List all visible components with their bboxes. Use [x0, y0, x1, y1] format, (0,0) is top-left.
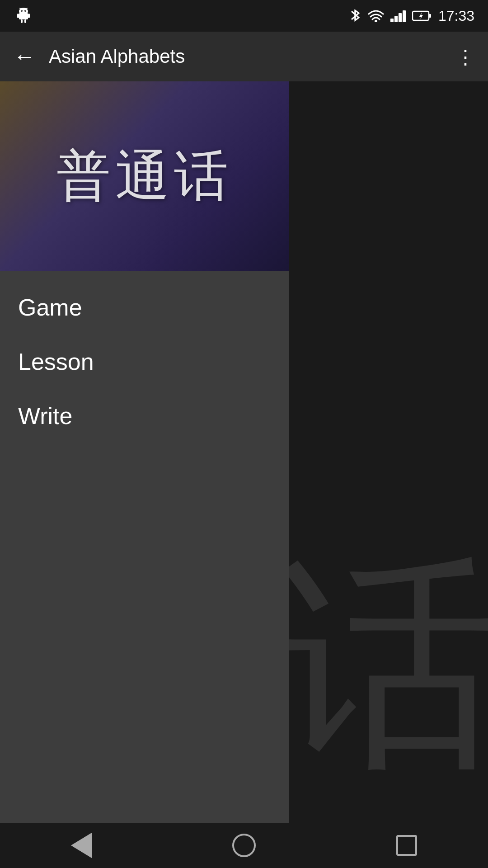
status-bar-left: [14, 6, 33, 26]
nav-recent-button[interactable]: [389, 827, 425, 863]
nav-home-button[interactable]: [226, 827, 262, 863]
svg-rect-5: [24, 19, 26, 23]
background-char: 话: [289, 552, 488, 778]
back-button[interactable]: ←: [14, 46, 35, 67]
menu-button[interactable]: ⋮: [455, 45, 474, 68]
toolbar: ← Asian Alphabets ⋮: [0, 32, 488, 81]
page-title: Asian Alphabets: [49, 46, 455, 67]
status-time: 17:33: [438, 8, 474, 24]
main-content: 普通话 Game Lesson Write 话: [0, 81, 488, 823]
menu-item-write[interactable]: Write: [0, 389, 289, 443]
android-icon: [14, 6, 33, 26]
right-panel: 话: [289, 81, 488, 823]
svg-rect-2: [17, 14, 19, 18]
menu-item-game[interactable]: Game: [0, 280, 289, 335]
recent-square-icon: [396, 835, 417, 856]
back-triangle-icon: [71, 833, 92, 858]
bluetooth-icon: [349, 8, 361, 24]
wifi-icon: [368, 9, 384, 22]
svg-rect-3: [28, 14, 30, 18]
hero-image: 普通话: [0, 81, 289, 271]
svg-marker-14: [419, 12, 423, 19]
nav-bar: [0, 823, 488, 868]
status-bar: 17:33: [0, 0, 488, 32]
menu-item-lesson[interactable]: Lesson: [0, 335, 289, 389]
signal-icon: [390, 9, 406, 22]
svg-point-11: [375, 20, 377, 22]
left-panel: 普通话 Game Lesson Write: [0, 81, 289, 823]
status-bar-right: 17:33: [349, 8, 474, 24]
chinese-title: 普通话: [56, 140, 233, 213]
nav-back-button[interactable]: [63, 827, 99, 863]
home-circle-icon: [232, 834, 256, 857]
battery-icon: [412, 9, 432, 22]
menu-list: Game Lesson Write: [0, 271, 289, 823]
svg-rect-1: [19, 13, 28, 19]
svg-rect-4: [21, 19, 23, 23]
svg-rect-13: [429, 14, 431, 18]
